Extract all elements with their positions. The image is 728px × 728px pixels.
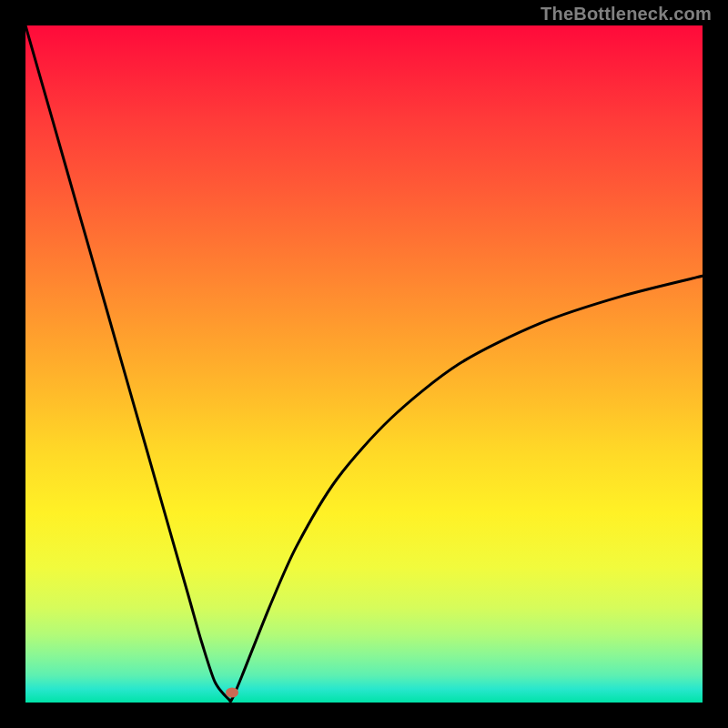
curve-svg: [25, 25, 703, 703]
bottleneck-curve: [25, 25, 703, 702]
plot-area: [25, 25, 703, 703]
watermark-text: TheBottleneck.com: [541, 4, 712, 25]
chart-stage: TheBottleneck.com: [0, 0, 728, 728]
min-marker-dot: [226, 687, 238, 697]
